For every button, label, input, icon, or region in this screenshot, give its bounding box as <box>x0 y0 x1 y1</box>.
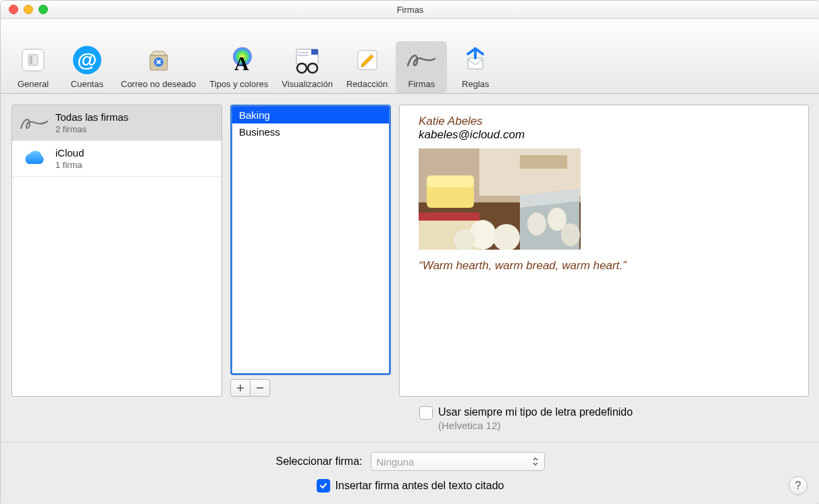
signature-icon <box>405 44 438 76</box>
svg-point-13 <box>297 63 307 73</box>
bottom-panel: Seleccionar firma: Ninguna Insertar firm… <box>1 442 819 504</box>
tab-label: General <box>18 79 49 89</box>
tab-general[interactable]: General <box>7 41 59 93</box>
tab-viewing[interactable]: Visualización <box>276 41 338 93</box>
insert-before-quoted-label: Insertar firma antes del texto citado <box>336 480 504 492</box>
svg-point-27 <box>561 223 580 246</box>
tab-label: Redacción <box>346 79 388 89</box>
account-count: 2 firmas <box>55 124 128 134</box>
preferences-window: Firmas General @ Cuentas <box>0 0 819 504</box>
window-title: Firmas <box>1 5 819 15</box>
signature-preview[interactable]: Katie Abeles kabeles@icloud.com <box>399 105 809 397</box>
recycle-bin-icon <box>142 44 175 76</box>
tab-fonts-colors[interactable]: A Tipos y colores <box>204 41 273 93</box>
signatures-column: Baking Business <box>230 105 391 397</box>
compose-icon <box>351 44 384 76</box>
svg-rect-2 <box>30 56 32 64</box>
tab-label: Tipos y colores <box>209 79 268 89</box>
svg-rect-10 <box>311 49 318 55</box>
tab-label: Correo no deseado <box>121 79 196 89</box>
insert-before-quoted-row: Insertar firma antes del texto citado <box>317 479 504 493</box>
tab-label: Reglas <box>462 79 489 89</box>
tab-composing[interactable]: Redacción <box>341 41 393 93</box>
choose-signature-label: Seleccionar firma: <box>275 455 362 468</box>
svg-rect-16 <box>468 58 483 69</box>
use-default-font-label: Usar siempre mi tipo de letra predefinid… <box>438 406 633 418</box>
tab-label: Visualización <box>282 79 333 89</box>
use-default-font-checkbox[interactable] <box>419 406 433 420</box>
signatures-list: Baking Business <box>230 105 391 375</box>
default-font-name: (Helvetica 12) <box>438 420 633 431</box>
signature-icon <box>19 111 49 135</box>
preview-email: kabeles@icloud.com <box>419 128 789 142</box>
add-remove-group <box>230 379 391 397</box>
preview-name: Katie Abeles <box>419 115 789 128</box>
accounts-list: Todas las firmas 2 firmas iCloud 1 firma <box>11 105 222 397</box>
tab-label: Cuentas <box>71 79 103 89</box>
use-default-font-row: Usar siempre mi tipo de letra predefinid… <box>398 406 809 431</box>
help-button[interactable]: ? <box>789 476 808 495</box>
titlebar: Firmas <box>1 1 819 19</box>
help-icon: ? <box>795 480 801 492</box>
svg-text:@: @ <box>77 49 97 71</box>
tab-rules[interactable]: Reglas <box>450 41 501 93</box>
account-icloud[interactable]: iCloud 1 firma <box>12 141 221 177</box>
svg-point-14 <box>308 63 317 73</box>
svg-rect-12 <box>298 55 309 56</box>
svg-text:A: A <box>234 52 249 74</box>
svg-rect-24 <box>419 213 479 221</box>
choose-signature-value: Ninguna <box>377 456 415 468</box>
add-signature-button[interactable] <box>230 379 250 397</box>
preview-quote: “Warm hearth, warm bread, warm heart.” <box>419 259 789 273</box>
signature-item-business[interactable]: Business <box>232 123 389 140</box>
content-area: Todas las firmas 2 firmas iCloud 1 firma <box>1 94 819 504</box>
preferences-toolbar: General @ Cuentas Correo no d <box>1 19 819 94</box>
tab-junk[interactable]: Correo no deseado <box>115 41 201 93</box>
account-name: Todas las firmas <box>55 111 128 123</box>
account-all-signatures[interactable]: Todas las firmas 2 firmas <box>12 105 221 141</box>
chevron-up-down-icon <box>529 454 541 469</box>
remove-signature-button[interactable] <box>250 379 270 397</box>
glasses-icon <box>291 44 323 76</box>
tab-signatures[interactable]: Firmas <box>396 41 447 93</box>
fonts-colors-icon: A <box>223 44 255 76</box>
svg-rect-20 <box>520 155 567 169</box>
svg-rect-22 <box>427 175 474 188</box>
choose-signature-row: Seleccionar firma: Ninguna <box>275 452 544 471</box>
svg-rect-11 <box>298 52 309 53</box>
account-name: iCloud <box>55 147 84 159</box>
rules-icon <box>459 44 492 76</box>
tab-accounts[interactable]: @ Cuentas <box>61 41 113 93</box>
preview-image <box>419 148 581 250</box>
signature-item-baking[interactable]: Baking <box>232 107 389 123</box>
insert-before-quoted-checkbox[interactable] <box>317 479 330 493</box>
at-icon: @ <box>71 44 103 76</box>
tab-label: Firmas <box>408 79 435 89</box>
cloud-icon <box>19 146 49 171</box>
svg-point-25 <box>527 213 546 235</box>
choose-signature-select[interactable]: Ninguna <box>371 452 545 471</box>
switch-icon <box>17 44 49 76</box>
account-count: 1 firma <box>55 160 84 170</box>
